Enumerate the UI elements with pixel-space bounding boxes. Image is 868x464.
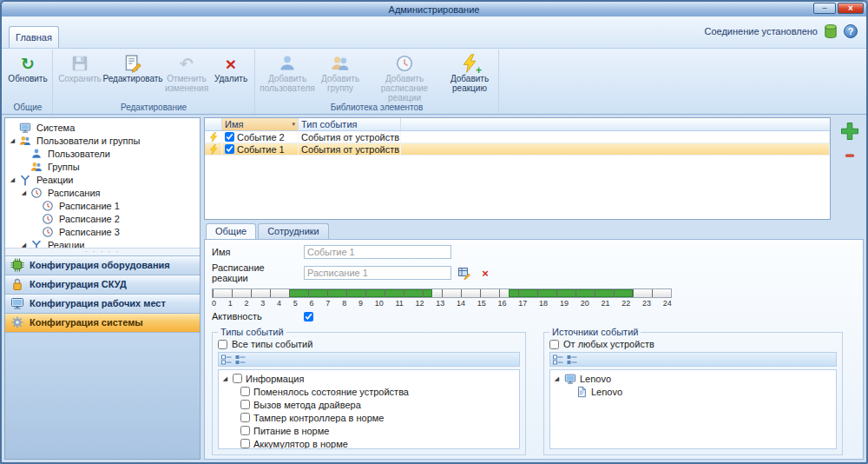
tab-general[interactable]: Общие — [206, 223, 256, 239]
any-devices-row: От любых устройств — [549, 339, 837, 349]
column-header-name[interactable]: Имя▾ — [222, 118, 299, 130]
tree-item-groups[interactable]: Группы — [5, 160, 200, 173]
title-bar: Администрирование – × — [2, 2, 866, 17]
event-row[interactable]: Событие 2 События от устройств — [205, 131, 830, 143]
event-types-title: Типы событий — [218, 327, 286, 337]
expand-all-icon[interactable] — [553, 355, 563, 365]
event-row-selected[interactable]: Событие 1 События от устройств — [205, 143, 830, 156]
activity-checkbox[interactable] — [304, 312, 313, 321]
connection-status: Соединение установлено — [704, 26, 818, 36]
event-type-item[interactable]: Питание в норме — [221, 424, 516, 437]
expander-icon[interactable]: ◢ — [9, 137, 16, 143]
all-event-types-checkbox[interactable] — [218, 340, 227, 349]
collapse-all-icon[interactable] — [567, 355, 577, 365]
source-root[interactable]: ◢ Lenovo — [553, 372, 833, 385]
tree-item-system[interactable]: Система — [5, 121, 200, 134]
clear-icon: × — [482, 267, 489, 280]
add-user-button[interactable]: Добавить пользователя — [259, 50, 316, 94]
add-event-button[interactable] — [839, 121, 860, 142]
tree-item-reactions[interactable]: ◢Реакции — [5, 173, 200, 186]
tab-glavnaya[interactable]: Главная — [9, 26, 59, 48]
column-header-type[interactable]: Тип события — [299, 118, 401, 130]
expander-icon[interactable]: ◢ — [553, 375, 561, 381]
event-type-checkbox[interactable] — [233, 374, 242, 383]
help-button[interactable]: ? — [844, 24, 858, 38]
event-enabled-checkbox[interactable] — [225, 144, 234, 154]
accordion-hardware[interactable]: Конфигурация оборудования — [5, 255, 200, 275]
add-reaction-button[interactable]: + Добавить реакцию — [444, 50, 495, 94]
edit-button[interactable]: Редактировать — [103, 50, 162, 84]
event-type-checkbox[interactable] — [240, 413, 250, 422]
undo-button[interactable]: ↶ Отменить изменения — [162, 50, 211, 94]
event-type-checkbox[interactable] — [240, 400, 250, 409]
clear-schedule-button[interactable]: × — [477, 266, 493, 280]
remove-event-button[interactable] — [839, 150, 860, 161]
window-buttons: – × — [813, 3, 864, 14]
ribbon-group-library: Добавить пользователя Добавить группу До… — [255, 50, 499, 114]
tree-item-schedules[interactable]: ◢Расписания — [5, 186, 200, 199]
event-type-item[interactable]: Вызов метода драйвера — [221, 398, 516, 411]
main-area: Система ◢Пользователи и группы Пользоват… — [2, 115, 866, 462]
accordion-workstations[interactable]: Конфигурация рабочих мест — [5, 294, 200, 313]
refresh-button[interactable]: ↻ Обновить — [7, 50, 49, 84]
event-sources-tree: ◢ Lenovo Lenovo — [549, 369, 837, 449]
tree-item-schedule-3[interactable]: Расписание 3 — [5, 225, 200, 238]
row-buttons — [839, 121, 860, 161]
clock-icon — [42, 213, 54, 225]
event-type-item[interactable]: Аккумулятор в норме — [221, 437, 516, 449]
minimize-button[interactable]: – — [813, 3, 836, 14]
workstation-icon — [10, 296, 24, 310]
expand-all-icon[interactable] — [221, 355, 232, 365]
event-type-item[interactable]: Тампер контроллера в норме — [221, 411, 516, 424]
ribbon-group-label-general: Общие — [7, 103, 49, 114]
ribbon-group-label-library: Библиотека элементов — [259, 103, 495, 114]
tree-item-schedule-2[interactable]: Расписание 2 — [5, 212, 200, 225]
tab-employees[interactable]: Сотрудники — [258, 223, 329, 239]
splitter-grip[interactable]: · · · · · — [5, 248, 200, 255]
close-icon: × — [848, 4, 853, 13]
name-input[interactable] — [304, 245, 451, 259]
collapse-all-icon[interactable] — [235, 355, 246, 365]
delete-button[interactable]: × Удалить — [211, 50, 251, 84]
events-table: Имя▾ Тип события Событие 2 События от ус… — [204, 117, 831, 220]
event-enabled-checkbox[interactable] — [225, 132, 234, 142]
add-group-button[interactable]: Добавить группу — [316, 50, 365, 94]
event-type-checkbox[interactable] — [240, 387, 250, 396]
accordion-acs[interactable]: Конфигурация СКУД — [5, 275, 200, 294]
expander-icon[interactable]: ◢ — [20, 189, 28, 196]
tree-item-users[interactable]: Пользователи — [5, 147, 200, 160]
expander-icon[interactable]: ◢ — [9, 176, 16, 182]
edit-schedule-button[interactable] — [457, 266, 472, 280]
expander-icon[interactable]: ◢ — [221, 375, 229, 381]
schedule-timeline[interactable]: 0123456789101112131415161718192021222324 — [212, 288, 672, 308]
tree-item-reactions-sub[interactable]: ◢Реакции — [5, 238, 200, 247]
event-type-checkbox[interactable] — [240, 426, 250, 435]
edit-icon — [123, 54, 142, 73]
name-label: Имя — [212, 247, 299, 257]
save-button[interactable]: Сохранить — [56, 50, 103, 84]
ribbon-group-label-editing: Редактирование — [56, 103, 251, 114]
activity-row: Активность — [212, 311, 856, 321]
add-schedule-button[interactable]: Добавить расписание реакции — [365, 50, 444, 103]
schedule-input[interactable] — [304, 266, 451, 280]
users-group-icon — [19, 135, 31, 147]
accordion-system-config[interactable]: Конфигурация системы — [5, 313, 200, 332]
timeline-ticks — [213, 289, 671, 297]
schedule-label: Расписание реакции — [212, 262, 299, 283]
event-types-toolbar — [218, 352, 520, 367]
tree-item-schedule-1[interactable]: Расписание 1 — [5, 199, 200, 212]
event-details: Общие Сотрудники Имя Расписание реакции … — [204, 223, 864, 460]
close-button[interactable]: × — [838, 3, 864, 14]
source-item[interactable]: Lenovo — [553, 385, 833, 398]
event-types-box: Типы событий Все типы событий — [212, 327, 526, 455]
event-type-root[interactable]: ◢ Информация — [221, 372, 516, 385]
delete-icon: × — [226, 55, 236, 73]
sort-arrow-icon[interactable]: ▾ — [292, 121, 295, 128]
tree-item-users-groups[interactable]: ◢Пользователи и группы — [5, 134, 200, 147]
any-devices-checkbox[interactable] — [549, 340, 559, 349]
ribbon-group-editing: Сохранить Редактировать ↶ Отменить измен… — [53, 50, 255, 114]
save-icon — [70, 54, 89, 73]
event-type-checkbox[interactable] — [240, 439, 250, 448]
timeline-bar[interactable] — [212, 288, 672, 298]
event-type-item[interactable]: Поменялось состояние устройства — [221, 385, 516, 398]
